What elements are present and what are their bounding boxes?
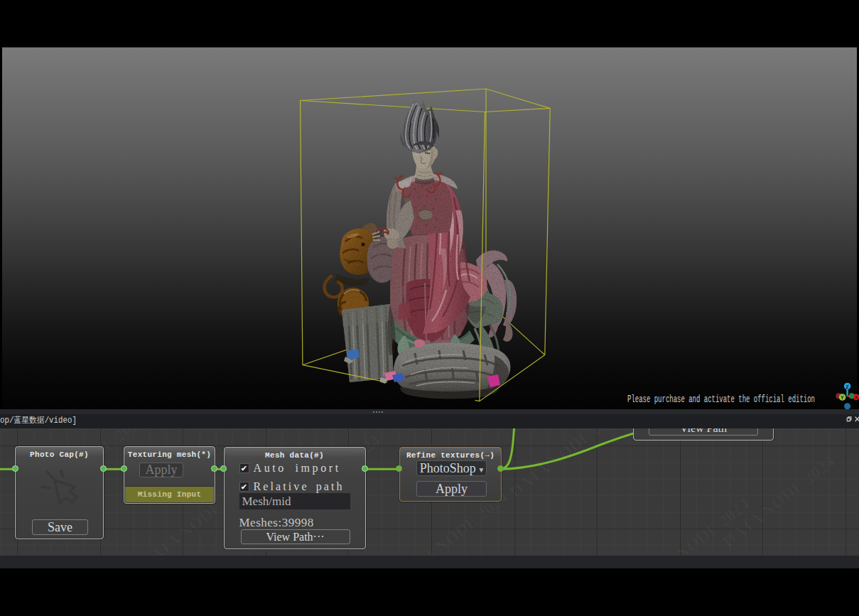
svg-text:Please purchase and activate t: Please purchase and activate the officia… [627, 394, 815, 406]
svg-text:X: X [855, 395, 858, 401]
svg-text:Z: Z [846, 384, 849, 390]
svg-text:Y: Y [841, 395, 844, 401]
